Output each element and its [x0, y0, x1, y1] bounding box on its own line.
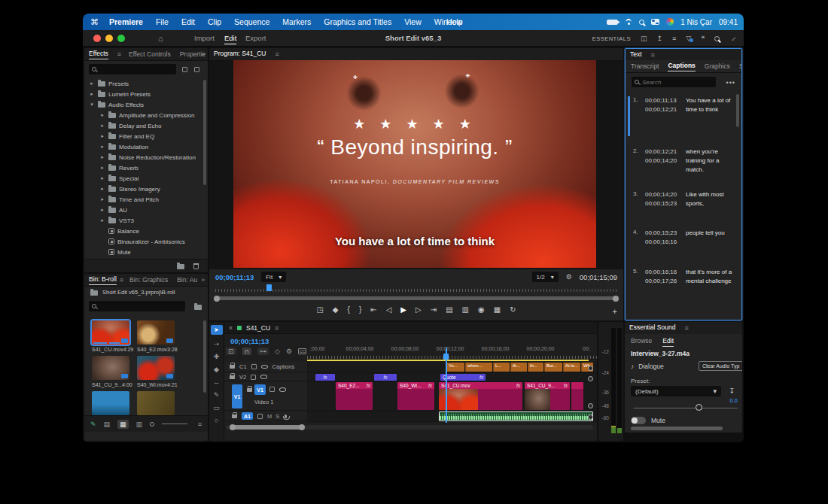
caption-clip[interactable]: when... [465, 363, 492, 372]
scrollbar-knob[interactable] [613, 296, 619, 302]
delete-icon[interactable] [193, 263, 199, 269]
panel-menu-icon[interactable]: ≡ [275, 324, 279, 332]
caption-clip[interactable]: But... [544, 363, 562, 372]
effects-tree-item[interactable]: ▸Reverb [84, 162, 208, 173]
effects-search-input[interactable] [99, 66, 173, 73]
spotlight-search-icon[interactable] [639, 20, 644, 25]
program-scrollbar[interactable] [215, 296, 617, 300]
menu-graphics-titles[interactable]: Graphics and Titles [324, 17, 391, 26]
graphic-clip[interactable]: fx [374, 374, 397, 381]
mark-in-button[interactable]: { [348, 305, 350, 314]
effects-tree-item[interactable]: Binauralizer - Ambisonics [84, 236, 208, 247]
track-resize-knob[interactable] [588, 366, 593, 371]
ripple-edit-tool[interactable]: ✚ [214, 353, 220, 360]
step-forward-button[interactable]: ▷ [416, 305, 422, 314]
menu-premiere[interactable]: Premiere [109, 17, 143, 26]
clip-name[interactable]: S41_CU.mov [92, 347, 123, 352]
caption-clip[interactable]: th... [528, 363, 543, 372]
effects-tree-item[interactable]: ▸AU [84, 205, 208, 215]
tab-captions[interactable]: Captions [668, 62, 695, 71]
freeform-view-icon[interactable]: ▥ [136, 421, 143, 428]
timeline-ruler[interactable]: ;00;00 00;00;04;00 00;00;08;00 00;00;12;… [307, 346, 597, 360]
menubar-date[interactable]: 1 Nis Çar [680, 18, 712, 26]
track-target-a1[interactable]: A1 [242, 412, 253, 420]
track-resize-knob[interactable] [588, 376, 593, 381]
tab-bin-broll[interactable]: Bin: B-roll [89, 275, 117, 285]
sync-lock-icon[interactable] [257, 414, 263, 419]
workspace-label[interactable]: ESSENTIALS [592, 35, 631, 42]
go-to-out-button[interactable]: ⇥ [431, 305, 437, 314]
volume-slider-handle[interactable] [696, 404, 702, 411]
caption-list-item[interactable]: 3. 00;00;14;2000;00;15;23 Like with most… [633, 190, 735, 208]
share-icon[interactable]: ↥ [656, 35, 662, 42]
panel-menu-icon[interactable]: ≡ [120, 276, 123, 284]
effects-tree-item[interactable]: ▸Lumetri Presets [84, 89, 208, 99]
fullscreen-icon[interactable]: ↔ [728, 33, 738, 43]
tab-bin-audio[interactable]: Bin: Au [177, 276, 197, 284]
captions-search[interactable] [632, 77, 716, 87]
clip-name[interactable]: S40_E2.mov [137, 347, 167, 352]
edit-pencil-icon[interactable]: ✎ [90, 421, 96, 428]
effects-tree-item[interactable]: ▾Audio Effects [84, 99, 208, 110]
zoom-slider-track[interactable] [162, 424, 187, 424]
chevron-icon[interactable]: ▸ [99, 165, 105, 171]
lift-button[interactable]: ▤ [446, 305, 452, 314]
panel-title-essential-sound[interactable]: Essential Sound [629, 323, 675, 332]
track-visibility-eye-icon[interactable] [279, 387, 286, 392]
caption-clip[interactable]: th... [510, 363, 527, 372]
panel-menu-icon[interactable]: ≡ [117, 50, 121, 58]
effects-tree-item[interactable]: ▸Stereo Imagery [84, 184, 208, 194]
save-preset-icon[interactable]: ↧ [729, 387, 735, 395]
a1-track[interactable] [307, 411, 597, 422]
list-view-icon[interactable]: ▤ [104, 421, 111, 428]
gain-value[interactable]: 0.0 [730, 397, 738, 404]
captions-toggle[interactable]: CC [298, 348, 306, 354]
captions-search-input[interactable] [642, 79, 713, 86]
effects-scrollbar[interactable] [203, 80, 206, 185]
track-select-tool[interactable]: ⇢ [214, 340, 220, 348]
zoom-level-dropdown[interactable]: Fit▾ [261, 272, 286, 282]
lock-icon[interactable] [247, 388, 252, 392]
track-target-v1[interactable]: V1 [254, 384, 266, 395]
video-clip[interactable] [571, 382, 583, 410]
program-playhead[interactable] [266, 284, 272, 291]
control-center-icon[interactable] [651, 19, 659, 25]
effects-tree-item[interactable]: ▸Time and Pitch [84, 194, 208, 205]
zoom-window-button[interactable] [117, 35, 125, 42]
caption-text[interactable]: that it's more of a mental challenge [686, 268, 735, 286]
track-visibility-eye-icon[interactable] [260, 375, 267, 379]
v2-track-header[interactable]: V2 [224, 373, 307, 381]
menu-markers[interactable]: Markers [282, 17, 311, 26]
video-clip[interactable]: S41_CU.movfx [439, 382, 522, 410]
clip-thumbnail[interactable] [92, 391, 129, 415]
clip-thumbnail[interactable] [137, 320, 175, 345]
clip-name[interactable]: S40_WI.mov [137, 382, 167, 387]
nested-sequence-toggle[interactable]: ⊡ [226, 348, 236, 355]
a1-track-header[interactable]: A1 M S [224, 411, 307, 421]
panel-title-text[interactable]: Text [630, 50, 642, 59]
program-current-timecode[interactable]: 00;00;11;13 [215, 273, 254, 281]
timeline-current-timecode[interactable]: 00;00;11;13 [230, 337, 269, 345]
panel-menu-icon[interactable]: ≡ [684, 324, 688, 332]
clip-name[interactable]: S41_CU_9... [92, 382, 122, 387]
caption-text[interactable]: when you're training for a match. [686, 147, 735, 175]
caption-text[interactable]: people tell you [686, 229, 735, 247]
mark-out-button[interactable]: } [359, 305, 361, 314]
effects-tree-item[interactable]: ▸Amplitude and Compression [84, 110, 208, 120]
effects-search[interactable] [89, 64, 176, 74]
v1-track[interactable]: S40_E2...fx S40_WI...fx S41_CU.movfx S41… [307, 382, 597, 411]
effects-tree-item[interactable]: ▸Filter and EQ [84, 131, 208, 141]
tab-browse[interactable]: Browse [631, 337, 652, 347]
caption-track[interactable]: Yo... when... L... th... th... But... At… [307, 362, 597, 373]
sync-lock-icon[interactable] [251, 364, 257, 369]
menu-icon[interactable]: ≡ [672, 35, 676, 42]
chevron-icon[interactable]: ▸ [99, 175, 105, 181]
chevron-icon[interactable]: ▸ [99, 217, 105, 223]
clip-thumbnail[interactable] [92, 356, 129, 380]
chevron-icon[interactable]: ▸ [89, 80, 95, 87]
razor-tool[interactable]: ◆ [214, 366, 219, 373]
caption-clip[interactable]: Yo... [446, 363, 464, 372]
chevron-icon[interactable]: ▸ [99, 196, 105, 202]
menu-view[interactable]: View [404, 17, 422, 26]
effects-tree-item[interactable]: ▸Modulation [84, 141, 208, 152]
